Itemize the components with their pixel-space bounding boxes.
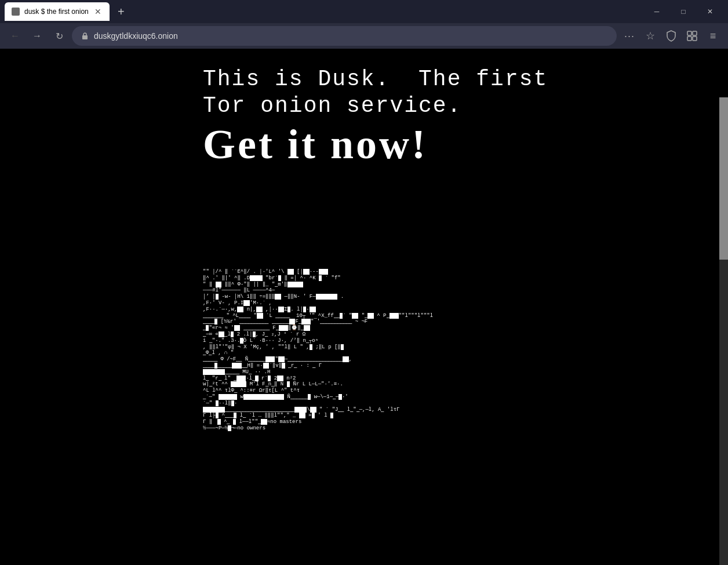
extensions-button[interactable] [683, 27, 701, 45]
navigation-bar: ← → ↻ duskgytldkxiuqc6.onion ··· ☆ [0, 23, 728, 49]
ascii-block [250, 275, 263, 281]
ascii-art-area: "" │/^ ‖ ``É^‖/ . │·'L^ '\ [│ ·-- ‖^ .' … [203, 269, 620, 553]
page-content: This is Dusk. The first Tor onion servic… [0, 49, 719, 565]
refresh-button[interactable]: ↻ [50, 27, 68, 45]
more-button[interactable]: ··· [620, 27, 639, 45]
ascii-block [301, 319, 311, 325]
ascii-block [265, 356, 275, 362]
shield-button[interactable] [662, 27, 680, 45]
active-tab[interactable]: dusk $ the first onion ✕ [5, 2, 110, 21]
ascii-bottom-extra: ⁻² [203, 435, 620, 444]
ascii-block [310, 307, 316, 312]
heading-styled[interactable]: Get it now! [203, 122, 548, 167]
ascii-block [278, 356, 285, 362]
ascii-block [304, 325, 310, 331]
ascii-block [263, 363, 270, 369]
ascii-block [203, 369, 225, 375]
new-tab-button[interactable]: + [113, 3, 129, 20]
bookmark-button[interactable]: ☆ [641, 27, 660, 45]
scrollbar-thumb[interactable] [719, 97, 728, 260]
ascii-block [287, 282, 303, 287]
toolbar-icons: ··· ☆ ≡ [620, 27, 722, 45]
ascii-block [390, 313, 399, 319]
ascii-block [330, 413, 333, 418]
svg-rect-2 [693, 31, 697, 35]
ascii-block [203, 407, 225, 413]
ascii-block [303, 269, 310, 275]
tab-favicon [12, 8, 20, 16]
ascii-block [275, 294, 281, 300]
ascii-block [279, 325, 285, 331]
ascii-block [294, 407, 307, 413]
maximize-button[interactable]: □ [670, 2, 697, 21]
ascii-art: "" │/^ ‖ ``É^‖/ . │·'L^ '\ [│ ·-- ‖^ .' … [203, 269, 620, 432]
svg-rect-4 [693, 37, 697, 41]
ascii-block [299, 413, 305, 418]
ascii-block [343, 356, 349, 362]
ascii-block [316, 294, 338, 300]
ascii-block [219, 394, 237, 400]
ascii-block [287, 269, 294, 275]
ascii-block [256, 307, 263, 312]
tab-close-button[interactable]: ✕ [93, 7, 103, 16]
ascii-block [216, 282, 222, 287]
ascii-block [319, 269, 328, 275]
lock-icon [80, 31, 89, 41]
svg-rect-1 [687, 31, 691, 35]
svg-rect-3 [687, 37, 691, 41]
heading-line1: This is Dusk. The first [203, 66, 548, 93]
ascii-block [234, 325, 241, 331]
url-text: duskgytldkxiuqc6.onion [94, 31, 609, 41]
address-bar[interactable]: duskgytldkxiuqc6.onion [72, 26, 617, 46]
tab-title: dusk $ the first onion [24, 8, 89, 16]
ascii-block [243, 300, 250, 306]
window-controls: ─ □ ✕ [643, 2, 723, 21]
ascii-block [352, 313, 358, 319]
ascii-block [257, 313, 263, 319]
ascii-block [289, 319, 296, 325]
scrollbar-track[interactable] [719, 97, 728, 565]
tab-bar: dusk $ the first onion ✕ + ─ □ ✕ [0, 0, 728, 23]
minimize-button[interactable]: ─ [643, 2, 670, 21]
menu-button[interactable]: ≡ [704, 27, 722, 45]
ascii-block [232, 363, 241, 369]
svg-rect-0 [82, 35, 88, 39]
heading-line2: Tor onion service. [203, 93, 548, 119]
page-heading-area: This is Dusk. The first Tor onion servic… [203, 66, 548, 167]
ascii-block [219, 331, 225, 337]
ascii-block [243, 394, 284, 400]
ascii-block [367, 313, 374, 319]
ascii-block [231, 381, 246, 387]
ascii-block [236, 376, 246, 381]
ascii-block [237, 307, 243, 312]
close-button[interactable]: ✕ [697, 2, 723, 21]
ascii-block [261, 419, 267, 425]
ascii-block [341, 344, 344, 350]
forward-button[interactable]: → [28, 27, 46, 45]
ascii-block [310, 407, 316, 413]
back-button[interactable]: ← [6, 27, 24, 45]
ascii-block [277, 376, 283, 381]
